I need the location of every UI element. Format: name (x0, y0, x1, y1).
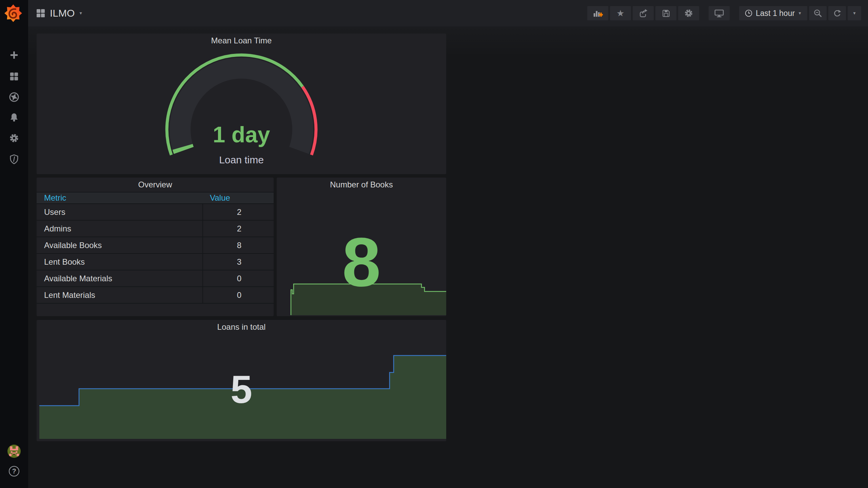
panel-overview: Overview Metric Value Users2Admins2Avail… (37, 178, 274, 316)
save-button[interactable] (655, 6, 676, 20)
dashboard-area: Mean Loan Time 1 day Loan time Overview … (28, 26, 868, 488)
panel-loans-in-total: Loans in total 5 (37, 320, 446, 441)
dashboard-settings-button[interactable] (678, 6, 699, 20)
tv-mode-button[interactable] (709, 6, 730, 20)
server-admin-shield-icon[interactable] (9, 154, 19, 164)
star-icon: ★ (616, 9, 624, 18)
metric-cell: Users (37, 204, 202, 220)
table-row: Available Materials0 (37, 270, 274, 287)
caret-down-icon: ▼ (79, 11, 83, 15)
table-row: Admins2 (37, 221, 274, 237)
zoom-out-button[interactable] (809, 6, 827, 20)
grafana-dashboard: { "topbar": { "dashboard_title": "ILMO",… (0, 0, 868, 488)
topbar: ILMO ▼ ★ (28, 0, 868, 26)
table-row: Lent Books3 (37, 254, 274, 270)
alerting-bell-icon[interactable] (9, 112, 19, 123)
caret-down-icon: ▼ (798, 11, 802, 15)
value-cell: 0 (202, 270, 274, 286)
metric-cell: Admins (37, 221, 202, 237)
share-icon (638, 8, 648, 18)
star-button[interactable]: ★ (610, 6, 631, 20)
tv-icon (714, 8, 724, 18)
gauge-label: Loan time (37, 154, 446, 166)
refresh-icon (833, 9, 842, 18)
table-row: Lent Materials0 (37, 287, 274, 304)
configuration-gear-icon[interactable] (9, 133, 19, 143)
value-cell: 8 (202, 237, 274, 253)
panel-mean-loan-time: Mean Loan Time 1 day Loan time (37, 34, 446, 174)
value-cell: 2 (202, 204, 274, 220)
stat-value: 8 (277, 227, 446, 297)
metric-cell: Lent Books (37, 254, 202, 270)
create-plus-icon[interactable] (9, 50, 19, 60)
clock-icon (745, 9, 753, 17)
metric-cell: Available Materials (37, 270, 202, 286)
dashboards-grid-icon[interactable] (9, 71, 19, 82)
value-cell: 0 (202, 287, 274, 303)
help-icon[interactable]: ? (9, 466, 19, 476)
time-range-label: Last 1 hour (756, 9, 795, 18)
caret-down-icon: ▼ (852, 11, 856, 15)
column-header-metric[interactable]: Metric (44, 192, 66, 203)
zoom-out-icon (813, 8, 823, 18)
gauge-value: 1 day (37, 122, 446, 147)
add-panel-button[interactable] (587, 6, 608, 20)
metric-cell: Available Books (37, 237, 202, 253)
stat-value: 5 (37, 370, 446, 409)
table-row: Users2 (37, 204, 274, 221)
refresh-interval-dropdown[interactable]: ▼ (848, 6, 861, 20)
time-range-picker[interactable]: Last 1 hour ▼ (739, 6, 807, 20)
dashboard-picker[interactable]: ILMO ▼ (36, 7, 83, 19)
panel-title[interactable]: Overview (37, 178, 274, 192)
user-avatar[interactable] (7, 445, 21, 458)
save-icon (662, 9, 671, 18)
value-cell: 2 (202, 221, 274, 237)
explore-compass-icon[interactable] (9, 92, 19, 102)
refresh-button[interactable] (828, 6, 846, 20)
panel-number-of-books: Number of Books 8 (277, 178, 446, 316)
metric-cell: Lent Materials (37, 287, 202, 303)
dashboard-grid-icon (36, 9, 45, 18)
sidebar: ? (0, 0, 28, 488)
dashboard-title: ILMO (50, 7, 75, 19)
value-cell: 3 (202, 254, 274, 270)
share-button[interactable] (633, 6, 654, 20)
overview-table-body: Users2Admins2Available Books8Lent Books3… (37, 204, 274, 304)
table-header: Metric Value (37, 192, 274, 204)
grafana-logo[interactable] (4, 4, 22, 22)
column-header-value[interactable]: Value (210, 192, 230, 203)
gauge-chart (37, 34, 446, 174)
gear-icon (684, 8, 693, 18)
table-row: Available Books8 (37, 237, 274, 254)
topbar-actions: ★ (587, 6, 861, 20)
